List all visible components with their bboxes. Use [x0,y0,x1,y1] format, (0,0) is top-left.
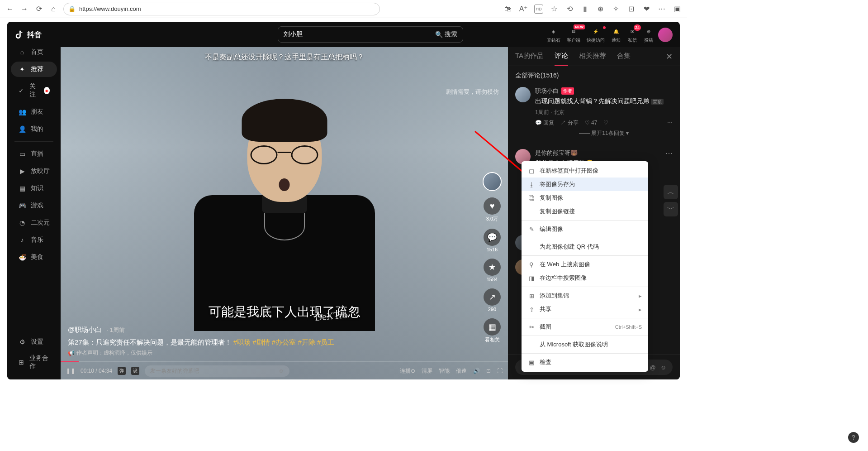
comment-button[interactable]: 💬1516 [484,229,501,252]
emoji-icon[interactable]: ☺ [279,368,284,374]
sidebar-item-anime[interactable]: ◔二次元 [11,215,57,230]
sidebar-item-follow[interactable]: ✓关注◉ [11,79,57,102]
sidebar-item-recommend[interactable]: ✦推荐 [11,62,57,77]
like-comment-button[interactable]: ♡ 47 [585,120,598,126]
address-bar[interactable]: 🔒 https://www.douyin.com [63,3,380,15]
smart-button[interactable]: 智能 [439,367,450,375]
cm-edit[interactable]: ✎编辑图像 [522,222,648,236]
like-button[interactable]: ♥3.0万 [484,197,501,222]
favorites2-icon[interactable]: ✧ [611,5,620,14]
logo[interactable]: 抖音 [7,26,61,43]
top-diamond[interactable]: ◈充钻石 [545,26,562,43]
sidebar-item-settings[interactable]: ⚙设置 [11,334,57,350]
pause-button[interactable]: ❚❚ [66,368,75,374]
cm-image-description[interactable]: 从 Microsoft 获取图像说明 [522,338,648,351]
msg-badge: 24 [634,24,641,31]
home-button[interactable]: ⌂ [49,5,58,14]
cm-search-sidebar[interactable]: ◨在边栏中搜索图像 [522,271,648,285]
danmu-input[interactable]: 发一条友好的弹幕吧 ☺ [145,365,289,377]
tab-related[interactable]: 相关推荐 [579,52,606,66]
autoplay-toggle[interactable]: 连播 ⊙ [400,367,415,375]
sidebar-item-live[interactable]: ▭直播 [11,146,57,162]
search-input[interactable] [284,31,435,38]
top-quick[interactable]: ⚡快捷访问 [585,26,607,43]
performance-icon[interactable]: ❤ [642,5,651,14]
refresh-button[interactable]: ⟳ [34,5,43,14]
clear-button[interactable]: 清屏 [422,367,432,375]
sidebar-item-music[interactable]: ♪音乐 [11,232,57,248]
bolt-icon: ⚡ [591,26,601,36]
sidebar-item-mine[interactable]: 👤我的 [11,121,57,137]
danmu-settings[interactable]: 设 [131,367,139,375]
top-message[interactable]: ✉私信24 [626,26,639,43]
reply-button[interactable]: 💬 回复 [535,119,554,127]
top-notify[interactable]: 🔔通知 [609,26,623,43]
danmu-toggle[interactable]: 弹 [118,367,126,375]
expand-replies[interactable]: —— 展开11条回复 ▾ [535,127,673,140]
fullscreen-button[interactable]: ⛶ [497,368,503,374]
tab-works[interactable]: TA的作品 [515,52,544,66]
cm-qr[interactable]: 为此图像创建 QR 代码 [522,240,648,254]
sidebar-item-cinema[interactable]: ▶放映厅 [11,163,57,179]
sidebar-item-knowledge[interactable]: ▤知识 [11,181,57,196]
dislike-button[interactable]: ♡ [603,120,608,126]
sidebar-toggle-icon[interactable]: ▣ [673,5,682,14]
collections-icon[interactable]: ⊕ [596,5,605,14]
author-name[interactable]: @职场小白 [68,326,102,334]
cm-copy-link[interactable]: 复制图像链接 [522,205,648,218]
refresh2-icon[interactable]: ⟲ [565,5,574,14]
more-icon[interactable]: ⋯ [665,149,673,158]
tab-collection[interactable]: 合集 [617,52,631,66]
emoji-icon[interactable]: ☺ [660,364,666,371]
sidebar-item-game[interactable]: 🎮游戏 [11,198,57,213]
prev-video-button[interactable]: ︿ [664,185,678,199]
close-panel-button[interactable]: ✕ [666,52,673,62]
comments-header: 全部评论(1516) [508,66,680,82]
back-button[interactable]: ← [5,5,14,14]
book-icon: ▤ [18,184,26,192]
favorite-button[interactable]: ★1584 [484,259,501,282]
author-avatar[interactable] [483,172,502,191]
sidebar-item-business[interactable]: ⊞业务合作 [11,350,57,374]
live-icon: ▭ [18,150,26,158]
hd-icon[interactable]: HD [534,5,543,14]
cm-screenshot[interactable]: ✂截图Ctrl+Shift+S [522,320,648,334]
top-upload[interactable]: ⊕投稿 [642,26,655,43]
search-button[interactable]: 🔍搜索 [435,30,457,38]
sidebar-item-food[interactable]: 🍜美食 [11,249,57,265]
split-icon[interactable]: ▮ [580,5,589,14]
user-avatar[interactable] [658,28,673,42]
search-box[interactable]: 🔍搜索 [278,26,463,43]
commenter-name[interactable]: 是你的熊宝呀🐻 [535,149,673,157]
cm-inspect[interactable]: ▣检查 [522,355,648,369]
speed-button[interactable]: 倍速 [456,367,467,375]
top-client[interactable]: 🖥客户端NEW [565,26,582,43]
more-icon[interactable]: ⋯ [657,5,666,14]
next-video-button[interactable]: ﹀ [664,202,678,216]
share-button[interactable]: ↗290 [484,288,501,312]
cm-add-collection[interactable]: ⊞添加到集锦▸ [522,289,648,302]
forward-button[interactable]: → [20,5,29,14]
tab-comments[interactable]: 评论 [555,52,568,66]
more-icon[interactable]: ⋯ [667,120,673,126]
cm-save-as[interactable]: ⭳将图像另存为 [522,178,648,191]
video-player[interactable]: DeXTro 不是秦副总还没开除呢？这手里是 [61,47,508,379]
read-aloud-icon[interactable]: A⁺ [519,5,528,14]
share-comment-button[interactable]: ↗ 分享 [560,119,578,127]
commenter-avatar[interactable] [515,87,531,102]
favorite-icon[interactable]: ☆ [550,5,559,14]
commenter-name[interactable]: 职场小白作者 [535,87,673,95]
pip-button[interactable]: ⊡ [486,368,491,374]
history-icon[interactable]: ⊡ [626,5,636,14]
cm-copy-image[interactable]: ⿻复制图像 [522,191,648,205]
volume-button[interactable]: 🔊 [473,368,480,374]
cm-open-new-tab[interactable]: ▢在新标签页中打开图像 [522,164,648,178]
shopping-icon[interactable]: 🛍 [503,5,512,14]
cm-share[interactable]: ⇪共享▸ [522,302,648,316]
cm-search-web[interactable]: ⚲在 Web 上搜索图像 [522,258,648,271]
related-button[interactable]: ▦看相关 [484,318,501,343]
sidebar-item-friends[interactable]: 👥朋友 [11,104,57,120]
at-icon[interactable]: @ [650,364,656,371]
hashtags[interactable]: #职场 #剧情 #办公室 #开除 #员工 [232,338,335,346]
sidebar-item-home[interactable]: ⌂首页 [11,44,57,60]
